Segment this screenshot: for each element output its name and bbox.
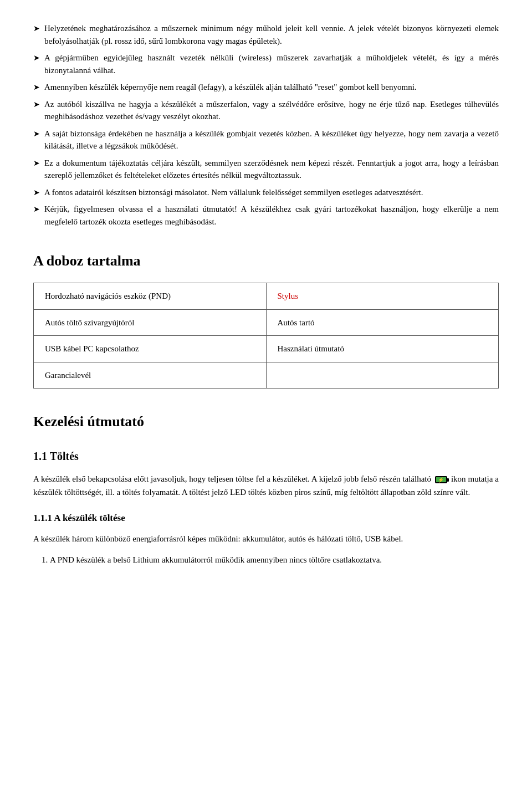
kezelesi-section-title: Kezelési útmutató bbox=[33, 411, 499, 432]
bullet-text: Ez a dokumentum tájékoztatás céljára kés… bbox=[44, 157, 499, 182]
toltes-body-before-icon: A készülék első bekapcsolása előtt javas… bbox=[33, 474, 431, 483]
bullet-item-b6: ➤Ez a dokumentum tájékoztatás céljára ké… bbox=[33, 157, 499, 182]
bullet-arrow-icon: ➤ bbox=[33, 157, 40, 169]
battery-icon: ⚡ bbox=[435, 476, 447, 483]
table-row: Autós töltő szivargyújtórólAutós tartó bbox=[34, 309, 499, 336]
bullet-text: A fontos adatairól készítsen biztonsági … bbox=[44, 186, 499, 199]
bullet-arrow-icon: ➤ bbox=[33, 99, 40, 110]
bullet-arrow-icon: ➤ bbox=[33, 81, 40, 93]
bolt-symbol: ⚡ bbox=[438, 477, 444, 482]
bullet-item-b3: ➤Amennyiben készülék képernyője nem reag… bbox=[33, 81, 499, 94]
table-cell-right: Használati útmutató bbox=[266, 336, 499, 362]
toltes-body: A készülék első bekapcsolása előtt javas… bbox=[33, 472, 499, 499]
bullet-text: Kérjük, figyelmesen olvassa el a használ… bbox=[44, 203, 499, 228]
energy-list-item-1: A PND készülék a belső Lithium akkumulát… bbox=[50, 553, 499, 566]
table-cell-left: Autós töltő szivargyújtóról bbox=[34, 309, 267, 336]
bullet-item-b1: ➤Helyzetének meghatározásához a műszerne… bbox=[33, 22, 499, 47]
bullet-item-b2: ➤A gépjárműben egyidejűleg használt veze… bbox=[33, 52, 499, 76]
table-row: USB kábel PC kapcsolathozHasználati útmu… bbox=[34, 336, 499, 362]
bullet-item-b7: ➤A fontos adatairól készítsen biztonsági… bbox=[33, 186, 499, 199]
box-section-title: A doboz tartalma bbox=[33, 250, 499, 272]
bullet-text: Az autóból kiszállva ne hagyja a készülé… bbox=[44, 98, 499, 123]
subsection-toltes-title: 1.1 Töltés bbox=[33, 448, 499, 464]
bullet-text: A saját biztonsága érdekében ne használj… bbox=[44, 127, 499, 152]
bullet-text: Helyzetének meghatározásához a műszernek… bbox=[44, 22, 499, 47]
bullet-arrow-icon: ➤ bbox=[33, 187, 40, 198]
table-cell-right: Autós tartó bbox=[266, 309, 499, 336]
bullet-item-b5: ➤A saját biztonsága érdekében ne használ… bbox=[33, 127, 499, 152]
table-cell-right bbox=[266, 362, 499, 389]
table-cell-left: USB kábel PC kapcsolathoz bbox=[34, 336, 267, 362]
energy-sources-list: A PND készülék a belső Lithium akkumulát… bbox=[33, 553, 499, 566]
bullet-item-b4: ➤Az autóból kiszállva ne hagyja a készül… bbox=[33, 98, 499, 123]
contents-table: Hordozható navigációs eszköz (PND)Stylus… bbox=[33, 283, 499, 389]
bullet-arrow-icon: ➤ bbox=[33, 23, 40, 34]
toltes-subbody: A készülék három különböző energiaforrás… bbox=[33, 532, 499, 545]
bullet-arrow-icon: ➤ bbox=[33, 128, 40, 140]
bullet-text: Amennyiben készülék képernyője nem reagá… bbox=[44, 81, 499, 94]
bullet-text: A gépjárműben egyidejűleg használt vezet… bbox=[44, 52, 499, 76]
table-row: Garancialevél bbox=[34, 362, 499, 389]
table-row: Hordozható navigációs eszköz (PND)Stylus bbox=[34, 283, 499, 310]
bullet-arrow-icon: ➤ bbox=[33, 203, 40, 215]
table-cell-left: Hordozható navigációs eszköz (PND) bbox=[34, 283, 267, 310]
table-cell-left: Garancialevél bbox=[34, 362, 267, 389]
bullet-arrow-icon: ➤ bbox=[33, 52, 40, 64]
subsubsection-toltes-title: 1.1.1 A készülék töltése bbox=[33, 511, 499, 525]
lithium-text: Lithium bbox=[133, 555, 160, 564]
bullet-item-b8: ➤Kérjük, figyelmesen olvassa el a haszná… bbox=[33, 203, 499, 228]
table-cell-right: Stylus bbox=[266, 283, 499, 310]
warning-bullets: ➤Helyzetének meghatározásához a műszerne… bbox=[33, 22, 499, 228]
